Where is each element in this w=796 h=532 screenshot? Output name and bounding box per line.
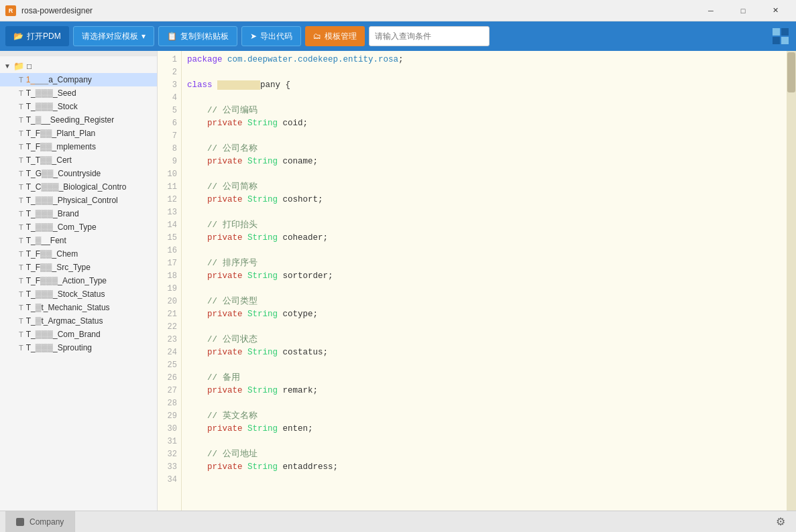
statusbar: Company ⚙ (0, 511, 796, 532)
line-num-4: 4 (172, 92, 177, 105)
tree-item-label: T_G▓▓_Countryside (26, 169, 101, 178)
close-button[interactable]: ✕ (760, 0, 791, 21)
tree-item-com-brand[interactable]: T T_▓▓▓_Com_Brand (0, 328, 157, 341)
tree-item-icon: T (19, 210, 23, 218)
tree-item-biological[interactable]: T T_C▓▓▓_Biological_Contro (0, 180, 157, 194)
tree-item-label: T_▓▓▓_Stock_Status (26, 289, 105, 299)
open-pdm-button[interactable]: 📂 打开PDM (5, 26, 69, 46)
line-num-29: 29 (168, 410, 177, 423)
tree-item-sprouting[interactable]: T T_▓▓▓_Sprouting (0, 341, 157, 354)
line-num-30: 30 (168, 423, 177, 436)
tree-item-label: T_F▓▓▓_Action_Type (26, 276, 107, 285)
tree-item-seeding[interactable]: T T_▓__Seeding_Register (0, 113, 157, 127)
template-mgmt-button[interactable]: 🗂 模板管理 (305, 26, 365, 46)
line-num-14: 14 (168, 219, 177, 232)
open-pdm-label: 打开PDM (27, 31, 61, 42)
line-num-12: 12 (168, 194, 177, 206)
code-line-21: private String cotype; (187, 308, 781, 321)
line-num-1: 1 (172, 54, 177, 66)
tree-item-com-type[interactable]: T T_▓▓▓_Com_Type (0, 220, 157, 234)
scrollbar-thumb[interactable] (787, 52, 795, 92)
minimize-button[interactable]: ─ (695, 0, 726, 21)
code-line-13 (187, 206, 781, 219)
code-line-15: private String coheader; (187, 232, 781, 245)
code-line-31 (187, 436, 781, 448)
tree-item-label: T_▓__Fent (26, 236, 66, 245)
line-num-13: 13 (168, 206, 177, 219)
line-num-28: 28 (168, 397, 177, 410)
line-num-11: 11 (168, 181, 177, 194)
titlebar-title: rosa-powerdesigner (21, 6, 93, 15)
tree-item-cert[interactable]: T T_T▓▓_Cert (0, 153, 157, 167)
tree-item-label: T_▓__Seeding_Register (26, 115, 115, 125)
line-num-25: 25 (168, 359, 177, 372)
tree-item-label: T_F▓▓_Src_Type (26, 263, 91, 272)
tree-item-label: T_F▓▓_Chem (26, 249, 78, 259)
tree-item-seed[interactable]: T T_▓▓▓_Seed (0, 86, 157, 100)
search-input[interactable] (369, 26, 490, 46)
code-line-3: class pany { (187, 79, 781, 92)
tree-item-icon: T (19, 223, 23, 231)
titlebar: R rosa-powerdesigner ─ □ ✕ (0, 0, 796, 21)
code-line-30: private String enten; (187, 423, 781, 436)
code-line-12: private String coshort; (187, 194, 781, 206)
titlebar-controls[interactable]: ─ □ ✕ (695, 0, 791, 21)
export-label: 导出代码 (260, 31, 292, 42)
tree-item-label: T_▓▓▓_Stock (26, 102, 78, 111)
tree-item-stock-status[interactable]: T T_▓▓▓_Stock_Status (0, 287, 157, 301)
tree-item-action-type[interactable]: T T_F▓▓▓_Action_Type (0, 274, 157, 287)
tree-item-icon: T (19, 290, 23, 298)
tree-item-physical[interactable]: T T_▓▓▓_Physical_Control (0, 194, 157, 207)
export-code-button[interactable]: ➤ 导出代码 (241, 26, 301, 46)
tree-item-icon: T (19, 237, 23, 245)
tree-item-argmac-status[interactable]: T T_▓t_Argmac_Status (0, 314, 157, 328)
tree-item-label: 1____a_Company (26, 75, 92, 84)
line-num-3: 3 (172, 79, 177, 92)
code-line-2 (187, 66, 781, 79)
tree-item-icon: T (19, 183, 23, 191)
copy-clipboard-button[interactable]: 📋 复制到粘贴板 (158, 26, 237, 46)
tree-item-icon: T (19, 170, 23, 178)
vertical-scrollbar[interactable] (787, 51, 796, 511)
line-num-24: 24 (168, 346, 177, 359)
code-content[interactable]: package com.deepwater.codekeep.entity.ro… (182, 51, 787, 511)
tree-item-label: T_▓▓▓_Physical_Control (26, 196, 118, 205)
tree-item-chem[interactable]: T T_F▓▓_Chem (0, 247, 157, 261)
select-template-button[interactable]: 请选择对应模板 ▾ (73, 26, 154, 46)
tree-item-icon: T (19, 103, 23, 111)
tree-item-mechanic-status[interactable]: T T_▓t_Mechanic_Status (0, 301, 157, 314)
tree-item-icon: T (19, 304, 23, 312)
tree-item-fent[interactable]: T T_▓__Fent (0, 234, 157, 247)
code-line-7 (187, 130, 781, 143)
code-line-23: // 公司状态 (187, 334, 781, 346)
tree-item-brand[interactable]: T T_▓▓▓_Brand (0, 207, 157, 220)
tree-item-plant-plan[interactable]: T T_F▓▓_Plant_Plan (0, 127, 157, 140)
code-line-33: private String entaddress; (187, 461, 781, 474)
tree-item-label: T_▓▓▓_Seed (26, 88, 76, 98)
tree-item-icon: T (19, 89, 23, 97)
settings-gear-button[interactable]: ⚙ (771, 512, 791, 532)
tree-item-stock[interactable]: T T_▓▓▓_Stock (0, 100, 157, 113)
code-line-24: private String costatus; (187, 346, 781, 359)
gear-icon: ⚙ (776, 515, 785, 528)
tree-item-icon: T (19, 263, 23, 271)
tree-root[interactable]: ▼ 📁 □ (0, 59, 157, 73)
tree-item-company[interactable]: T 1____a_Company (0, 73, 157, 86)
code-line-6: private String coid; (187, 117, 781, 130)
code-area: 1 2 3 4 5 6 7 8 9 10 11 12 13 14 15 16 1… (158, 51, 796, 511)
tree-item-icon: T (19, 143, 23, 151)
status-tab-company[interactable]: Company (5, 511, 75, 532)
tree-item-src-type[interactable]: T T_F▓▓_Src_Type (0, 261, 157, 274)
copy-label: 复制到粘贴板 (180, 31, 229, 42)
tree-item-implements[interactable]: T T_F▓▓_mplements (0, 140, 157, 153)
line-num-34: 34 (168, 474, 177, 486)
tree-item-icon: T (19, 116, 23, 124)
tree-item-label: T_F▓▓_Plant_Plan (26, 129, 96, 138)
tree-item-label: T_F▓▓_mplements (26, 142, 96, 151)
tree-item-icon: T (19, 317, 23, 325)
tree-item-icon: T (19, 250, 23, 258)
tree-item-label: T_▓▓▓_Sprouting (26, 343, 92, 352)
tree-item-countryside[interactable]: T T_G▓▓_Countryside (0, 167, 157, 180)
main-content: ▼ 📁 □ T 1____a_Company T T_▓▓▓_Seed T T_… (0, 51, 796, 511)
maximize-button[interactable]: □ (728, 0, 758, 21)
